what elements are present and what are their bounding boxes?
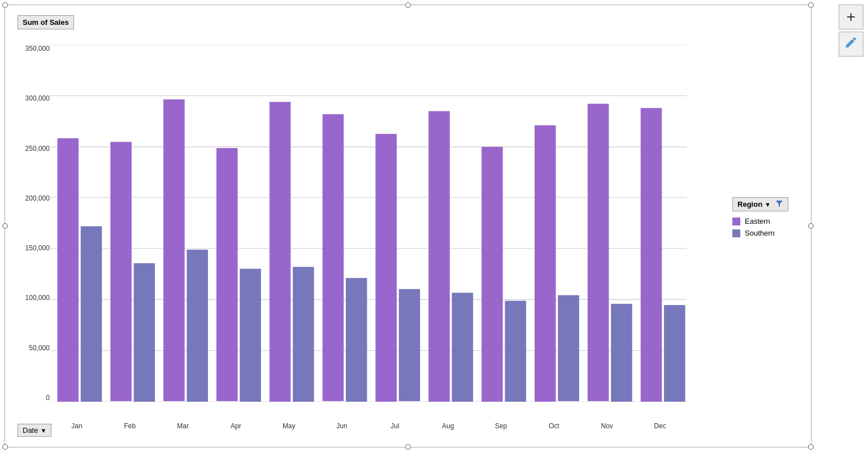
y-axis-labels: 0 50,000 100,000 150,000 200,000 250,000… (13, 45, 50, 402)
handle-top-center[interactable] (405, 2, 411, 8)
region-label: Region (737, 200, 762, 208)
date-label: Date (23, 426, 38, 434)
y-label-250k: 250,000 (25, 145, 50, 153)
x-label-dec: Dec (643, 422, 677, 430)
x-label-mar: Mar (166, 422, 200, 430)
bar-apr-southern (240, 269, 261, 402)
eastern-swatch (732, 218, 740, 225)
edit-button[interactable] (839, 32, 863, 56)
svg-marker-8 (776, 201, 783, 207)
x-label-aug: Aug (431, 422, 465, 430)
x-label-jun: Jun (325, 422, 359, 430)
bar-feb-southern (134, 263, 155, 402)
chart-title-label: Sum of Sales (23, 18, 69, 27)
x-label-feb: Feb (113, 422, 147, 430)
add-button[interactable]: + (839, 5, 863, 29)
bar-sep-eastern (481, 147, 503, 402)
x-label-may: May (272, 422, 306, 430)
bar-aug-southern (452, 293, 474, 402)
filter-icon (775, 199, 783, 209)
bar-may-eastern (270, 102, 291, 402)
y-label-0: 0 (46, 394, 50, 402)
bar-apr-eastern (216, 148, 238, 401)
y-label-150k: 150,000 (25, 244, 50, 252)
bar-jun-southern (346, 278, 367, 402)
chart-border: Sum of Sales 0 50,000 100,000 150,000 20… (5, 5, 811, 447)
legend: Region ▼ Eastern Southern (732, 197, 788, 237)
x-label-nov: Nov (590, 422, 624, 430)
handle-mid-left[interactable] (2, 223, 8, 229)
x-label-jul: Jul (378, 422, 412, 430)
x-label-apr: Apr (219, 422, 253, 430)
bar-mar-southern (186, 250, 208, 402)
bar-oct-southern (558, 295, 579, 401)
date-dropdown-icon: ▼ (40, 427, 46, 434)
legend-item-southern: Southern (732, 229, 788, 237)
pencil-icon (844, 36, 858, 53)
x-label-jan: Jan (60, 422, 94, 430)
bar-feb-eastern (110, 142, 132, 401)
bar-jan-southern (81, 226, 102, 402)
bar-may-southern (293, 267, 314, 402)
bar-dec-eastern (641, 108, 662, 402)
bar-oct-eastern (535, 125, 556, 402)
y-label-350k: 350,000 (25, 45, 50, 53)
eastern-label: Eastern (745, 217, 770, 225)
date-filter-button[interactable]: Date ▼ (18, 424, 51, 437)
chart-plot-area (50, 45, 687, 402)
y-label-200k: 200,000 (25, 194, 50, 202)
y-label-100k: 100,000 (25, 294, 50, 302)
bar-sep-southern (505, 301, 526, 402)
outer-container: Sum of Sales 0 50,000 100,000 150,000 20… (0, 0, 868, 452)
handle-bottom-right[interactable] (808, 444, 814, 450)
region-filter-button[interactable]: Region ▼ (732, 197, 788, 211)
handle-top-left[interactable] (2, 2, 8, 8)
y-label-50k: 50,000 (29, 344, 50, 352)
plus-icon: + (847, 8, 856, 26)
bar-mar-eastern (163, 99, 185, 401)
handle-bottom-center[interactable] (405, 444, 411, 450)
bar-nov-southern (611, 304, 632, 402)
handle-top-right[interactable] (808, 2, 814, 8)
bar-nov-eastern (588, 104, 609, 401)
bar-jan-eastern (58, 138, 79, 402)
bar-jul-eastern (376, 134, 397, 402)
southern-label: Southern (745, 229, 775, 237)
y-label-300k: 300,000 (25, 94, 50, 102)
bar-jul-southern (399, 289, 420, 401)
bar-dec-southern (664, 305, 685, 402)
handle-bottom-left[interactable] (2, 444, 8, 450)
bar-jun-eastern (323, 114, 344, 401)
bar-aug-eastern (428, 111, 450, 402)
chart-title-button[interactable]: Sum of Sales (18, 15, 74, 29)
x-axis-labels: Jan Feb Mar Apr May Jun Jul Aug Sep Oct … (50, 422, 687, 430)
handle-mid-right[interactable] (808, 223, 814, 229)
legend-item-eastern: Eastern (732, 217, 788, 225)
x-label-oct: Oct (537, 422, 571, 430)
southern-swatch (732, 229, 740, 237)
x-label-sep: Sep (484, 422, 518, 430)
toolbar: + (839, 5, 863, 56)
bar-chart-svg (50, 45, 687, 402)
dropdown-arrow-icon: ▼ (765, 201, 771, 208)
